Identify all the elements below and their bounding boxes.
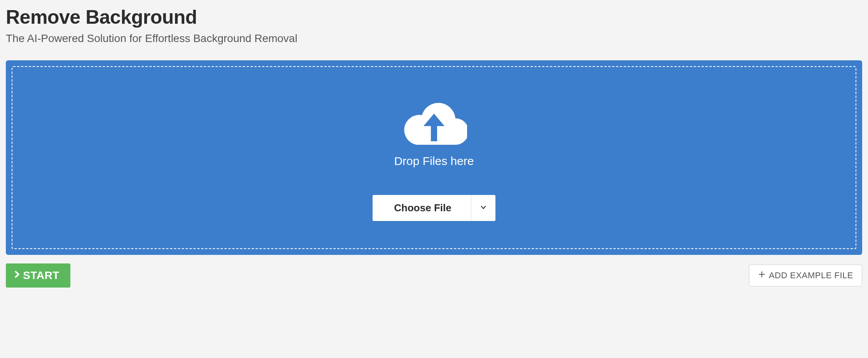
action-row: START ADD EXAMPLE FILE <box>6 263 862 288</box>
start-button-label: START <box>23 269 60 282</box>
dropzone-inner[interactable]: Drop Files here Choose File <box>12 66 856 249</box>
page-title: Remove Background <box>6 6 862 28</box>
page-subtitle: The AI-Powered Solution for Effortless B… <box>6 32 862 45</box>
choose-file-dropdown-button[interactable] <box>471 195 495 221</box>
cloud-upload-icon <box>401 102 467 154</box>
start-button[interactable]: START <box>6 263 70 288</box>
svg-rect-0 <box>431 124 437 141</box>
plus-icon <box>758 270 766 281</box>
drop-files-label: Drop Files here <box>394 154 474 168</box>
chevron-down-icon <box>480 204 487 212</box>
dropzone[interactable]: Drop Files here Choose File <box>6 60 862 255</box>
chevron-right-icon <box>14 269 21 282</box>
add-example-file-button[interactable]: ADD EXAMPLE FILE <box>749 265 862 286</box>
add-example-file-label: ADD EXAMPLE FILE <box>769 270 853 281</box>
choose-file-group: Choose File <box>373 195 495 221</box>
choose-file-button[interactable]: Choose File <box>373 195 471 221</box>
